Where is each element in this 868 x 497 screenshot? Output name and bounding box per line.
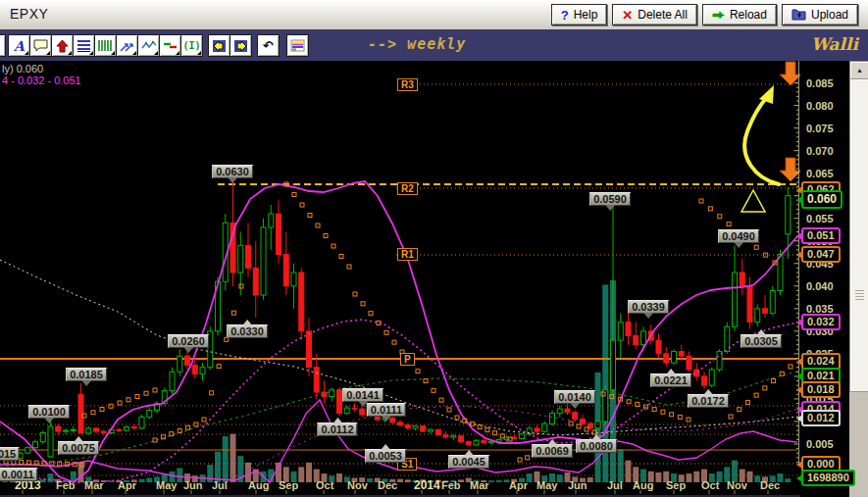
sar-dot [339, 255, 343, 259]
zigzag-tool-button[interactable] [137, 34, 160, 57]
candle [48, 422, 53, 458]
sar-dot [718, 215, 722, 219]
sar-dot [754, 393, 758, 397]
sar-dot [231, 311, 235, 315]
undo-button[interactable]: ↶ [257, 34, 280, 57]
volume-bar [496, 480, 502, 482]
candle [283, 232, 288, 295]
upload-button-label: Upload [811, 8, 848, 22]
candle [64, 428, 69, 434]
label-pointer [228, 177, 237, 183]
yellow-curved-arrow [744, 97, 779, 184]
axis-tick-label: 0.005 [806, 438, 834, 450]
sar-dot [202, 418, 206, 422]
candle [78, 383, 83, 433]
sar-dot [729, 415, 733, 419]
price-tag-0.047: 0.047 [801, 246, 841, 263]
sar-dot [239, 284, 243, 288]
sar-dot [754, 245, 758, 249]
sar-dot [292, 193, 296, 197]
volume-bar [367, 478, 373, 482]
swing-label-0.0305: 0.0305 [740, 334, 782, 348]
sar-dot [687, 418, 690, 422]
price-chart-canvas[interactable]: 2013FebMarAprMayJunJulAugSepOctNovDec201… [0, 61, 800, 497]
month-label: Jun [183, 479, 203, 491]
swing-label-0.0172: 0.0172 [688, 394, 729, 408]
label-pointer [74, 436, 83, 442]
text-tool-button[interactable]: A [8, 34, 30, 57]
sar-dot [186, 425, 190, 429]
v-bars-tool-button[interactable] [94, 34, 117, 57]
candle [474, 439, 479, 445]
scrollbar-thumb[interactable] [849, 78, 868, 392]
axis-tick-label: 0.070 [806, 145, 834, 157]
volume-bar [298, 467, 304, 482]
levels-tool-button[interactable] [159, 34, 181, 57]
palette-button[interactable] [286, 34, 309, 57]
sar-dot [518, 458, 522, 462]
vertical-scrollbar[interactable]: ▲ [849, 61, 868, 497]
brackets-tool-icon: ((I)) [180, 40, 203, 51]
axis-tick-label: 0.065 [806, 168, 834, 179]
candle [155, 401, 160, 413]
candle [717, 349, 722, 372]
sar-dot [772, 379, 776, 383]
pivot-label-R3: R3 [397, 78, 418, 91]
price-tag-0.060: 0.060 [801, 190, 842, 209]
volume-bar [656, 472, 662, 482]
candle [618, 313, 623, 358]
label-pointer [734, 242, 743, 248]
swing-label-0.0140: 0.0140 [554, 390, 595, 404]
candle [40, 430, 45, 444]
month-label: Apr [118, 479, 137, 491]
candle [291, 264, 296, 309]
delete-all-button[interactable]: ✕Delete All [612, 4, 697, 25]
price-tag-0.032: 0.032 [801, 314, 841, 330]
nav-left-button[interactable] [208, 34, 230, 57]
clipped-tool-button[interactable] [0, 34, 6, 57]
reload-button[interactable]: ⮕Reload [702, 4, 777, 25]
h-lines-tool-button[interactable] [73, 34, 95, 57]
palette-icon [290, 39, 305, 52]
sar-dot [670, 413, 674, 417]
trend-arrows-tool-button[interactable] [116, 34, 138, 57]
reload-button-icon: ⮕ [712, 7, 725, 23]
volume-bar [306, 463, 312, 482]
volume-bar [687, 473, 692, 482]
arrow-up-tool-button[interactable] [51, 34, 74, 57]
nav-right-button[interactable] [230, 34, 252, 57]
help-button[interactable]: ?Help [551, 4, 608, 25]
volume-bar [139, 479, 145, 482]
candle [208, 326, 213, 370]
month-label: Sep [666, 479, 686, 491]
sar-dot [780, 372, 784, 375]
candle [763, 295, 768, 318]
candle [330, 387, 334, 401]
swing-label-0.0141: 0.0141 [342, 388, 383, 402]
volume-bar [397, 479, 403, 482]
swing-label-0.0630: 0.0630 [212, 165, 253, 178]
swing-label-0.0590: 0.0590 [589, 192, 631, 206]
sar-dot [577, 424, 581, 428]
month-label: May [156, 479, 178, 491]
callout-tool-button[interactable] [29, 34, 52, 57]
chart-area[interactable]: 2013FebMarAprMayJunJulAugSepOctNovDec201… [0, 61, 868, 497]
candle [178, 349, 182, 376]
upload-button[interactable]: Upload [782, 4, 858, 25]
candle [261, 219, 266, 300]
candle [702, 372, 707, 388]
candle [550, 410, 555, 425]
price-tag-1698890: 1698890 [801, 470, 855, 486]
candle [451, 434, 456, 440]
volume-bar [230, 434, 236, 482]
month-label: Jul [212, 479, 228, 491]
month-label: Feb [441, 479, 461, 491]
candle [314, 354, 319, 399]
sar-dot [678, 415, 682, 419]
brackets-tool-button[interactable]: ((I)) [180, 34, 203, 57]
sar-dot [384, 330, 388, 334]
sar-dot [392, 340, 396, 344]
scroll-up-button[interactable]: ▲ [849, 61, 868, 79]
month-label: Apr [509, 479, 529, 491]
candle [71, 426, 76, 433]
